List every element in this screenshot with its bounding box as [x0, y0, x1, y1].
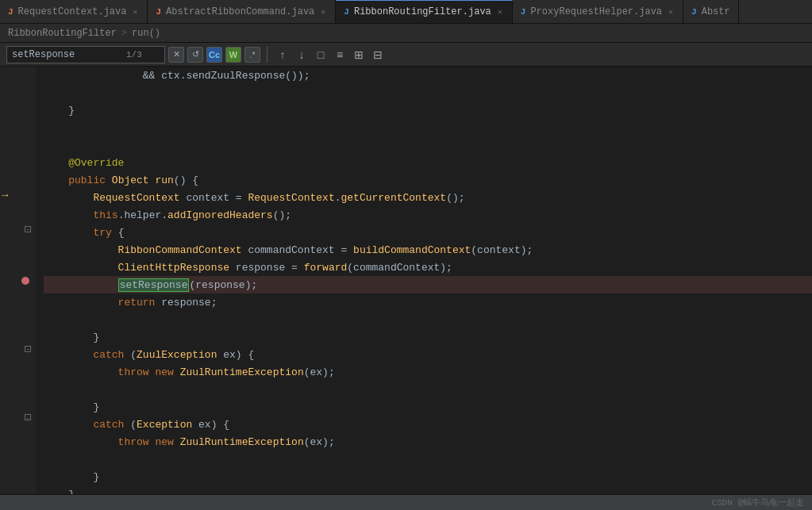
code-token: new: [155, 366, 173, 378]
code-line: public Object run() {: [44, 171, 812, 189]
close-search-button[interactable]: ✕: [168, 47, 184, 63]
java-icon: J: [691, 7, 697, 17]
search-input-wrap[interactable]: 1/3: [6, 46, 165, 63]
arrow-indicator: →: [2, 189, 8, 201]
preserve-case-button[interactable]: □: [312, 46, 329, 63]
code-token: ClientHttpResponse: [44, 262, 229, 274]
close-icon[interactable]: ✕: [131, 6, 139, 17]
code-token: }: [44, 105, 75, 117]
code-token: run: [155, 174, 173, 186]
tab-bar: J RequestContext.java ✕ J AbstractRibbon…: [0, 0, 812, 24]
breakpoint-marker[interactable]: [21, 277, 29, 285]
code-token: }: [44, 332, 99, 343]
code-token: }: [44, 401, 99, 413]
regex-button[interactable]: .*: [244, 47, 260, 63]
fold-marker[interactable]: -: [25, 226, 31, 232]
gutter-line: [0, 443, 36, 460]
gutter-line: [0, 426, 36, 443]
code-area: →--- && ctx.sendZuulResponse()); } @Over…: [0, 67, 812, 494]
code-token: public: [44, 174, 112, 186]
close-icon[interactable]: ✕: [319, 6, 327, 17]
code-token: [149, 174, 156, 186]
tab-requestcontext[interactable]: J RequestContext.java ✕: [0, 0, 148, 24]
java-icon: J: [156, 7, 161, 17]
code-token: forward: [304, 262, 348, 274]
breadcrumb-file: RibbonRoutingFilter: [8, 28, 117, 39]
code-token: RequestContext: [44, 192, 180, 204]
code-token: ex) {: [192, 419, 229, 431]
tab-label: AbstractRibbonCommand.java: [166, 6, 314, 17]
close-icon[interactable]: ✕: [667, 6, 675, 17]
search-down-button[interactable]: ↓: [293, 46, 310, 63]
code-line: [44, 136, 812, 154]
fold-marker[interactable]: -: [25, 346, 31, 352]
code-line: catch (ZuulException ex) {: [44, 346, 812, 363]
code-line: }: [44, 485, 812, 494]
code-token: response;: [155, 297, 217, 309]
gutter-line: [0, 238, 36, 255]
code-token: RibbonCommandContext: [44, 244, 242, 256]
gutter-line: [0, 477, 36, 495]
java-icon: J: [521, 7, 526, 17]
code-token: RequestContext: [248, 192, 334, 204]
code-token: (ex);: [304, 436, 335, 448]
code-token: new: [155, 436, 173, 448]
breadcrumb: RibbonRoutingFilter > run(): [0, 24, 812, 43]
code-line: ClientHttpResponse response = forward(co…: [44, 259, 812, 276]
code-line: }: [44, 102, 812, 119]
code-token: ex) {: [217, 349, 254, 361]
code-line: throw new ZuulRuntimeException(ex);: [44, 363, 812, 381]
filter-button[interactable]: ⊟: [369, 46, 387, 63]
settings-button[interactable]: ⊞: [350, 46, 368, 63]
code-token: ();: [273, 209, 291, 221]
tab-abstractribboncommand[interactable]: J AbstractRibbonCommand.java ✕: [148, 0, 336, 24]
search-up-button[interactable]: ↑: [274, 46, 291, 63]
word-match-button[interactable]: W: [225, 47, 241, 63]
tab-label: Abstr: [702, 6, 730, 17]
code-token: Object: [112, 174, 149, 186]
gutter-line: [0, 118, 36, 136]
java-icon: J: [344, 7, 349, 17]
status-bar: CSDN @蜗牛乌龟一起走: [0, 494, 812, 510]
align-button[interactable]: ≡: [331, 46, 348, 63]
code-line: RequestContext context = RequestContext.…: [44, 189, 812, 206]
gutter-line: [0, 67, 36, 84]
code-line: }: [44, 468, 812, 485]
code-token: {: [112, 227, 125, 239]
code-token: [174, 366, 180, 378]
gutter-line: [0, 152, 36, 170]
breadcrumb-method: run(): [132, 28, 160, 39]
code-line: @Override: [44, 154, 812, 171]
watermark: CSDN @蜗牛乌龟一起走: [711, 497, 804, 508]
code-token: [174, 436, 180, 448]
tab-proxyrequesthelper[interactable]: J ProxyRequestHelper.java ✕: [513, 0, 683, 24]
tab-ribbonroutingfilter[interactable]: J RibbonRoutingFilter.java ✕: [336, 0, 512, 24]
reset-search-button[interactable]: ↺: [187, 47, 203, 63]
fold-marker[interactable]: -: [25, 414, 31, 420]
gutter-line: [0, 204, 36, 221]
code-token: ZuulRuntimeException: [180, 366, 304, 378]
gutter-line: -: [0, 408, 36, 426]
code-token: [44, 279, 118, 291]
gutter-line: [0, 323, 36, 340]
case-sensitive-button[interactable]: Cc: [206, 47, 222, 63]
line-gutter: →---: [0, 67, 36, 494]
code-line: }: [44, 328, 812, 346]
code-token: ();: [446, 192, 464, 204]
code-token: [149, 436, 156, 448]
gutter-line: [0, 255, 36, 272]
code-line: throw new ZuulRuntimeException(ex);: [44, 433, 812, 451]
search-count: 1/3: [126, 50, 142, 59]
search-input[interactable]: [12, 49, 123, 60]
search-bar: 1/3 ✕ ↺ Cc W .* ↑ ↓ □ ≡ ⊞ ⊟: [0, 43, 812, 67]
code-token: (context);: [471, 244, 533, 256]
close-icon[interactable]: ✕: [496, 6, 504, 17]
code-line: }: [44, 398, 812, 416]
code-line: [44, 451, 812, 468]
code-content[interactable]: && ctx.sendZuulResponse()); } @Override …: [36, 67, 812, 494]
code-line: return response;: [44, 293, 812, 311]
code-token: response =: [229, 262, 304, 274]
gutter-line: [0, 135, 36, 152]
tab-abstr[interactable]: J Abstr: [683, 0, 739, 24]
code-token: @Override: [44, 157, 124, 169]
